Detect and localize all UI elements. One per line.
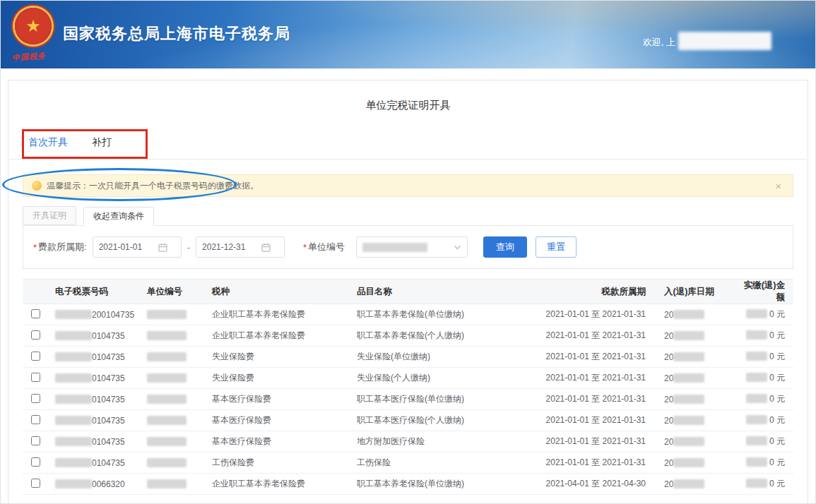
row-checkbox[interactable] (31, 373, 40, 382)
results-table: 电子税票号码 单位编号 税种 品目名称 税款所属期 入(退)库日期 实缴(退)金… (23, 279, 793, 504)
cell-tax-period: 2021-01-01 至 2021-01-31 (519, 452, 657, 474)
period-end-input[interactable] (196, 236, 285, 258)
row-checkbox[interactable] (31, 436, 40, 445)
cell-tax-no: 0104735 (48, 368, 140, 389)
cell-amount: 0 元 (731, 347, 793, 368)
table-header-row: 电子税票号码 单位编号 税种 品目名称 税款所属期 入(退)库日期 实缴(退)金… (23, 280, 793, 304)
close-icon[interactable]: × (772, 180, 784, 192)
cell-checkbox (23, 452, 48, 474)
redacted-unit-code (147, 416, 187, 425)
period-separator: - (187, 242, 190, 253)
issue-certificate-button[interactable]: 开具证明 (23, 206, 76, 225)
redacted-entry-date (673, 352, 704, 361)
warning-banner: 温馨提示：一次只能开具一个电子税票号码的缴费数据。 × (23, 174, 793, 197)
chevron-down-icon (454, 244, 461, 251)
query-filter-panel: * 费款所属期: - * 单位编号 查询 重置 (23, 225, 793, 269)
cell-entry-date: 20 (657, 389, 731, 410)
cell-checkbox (23, 347, 48, 368)
row-checkbox[interactable] (31, 309, 40, 318)
cell-tax-type: 工伤保险费 (205, 452, 350, 474)
cell-tax-period: 2021-01-01 至 2021-01-31 (519, 431, 657, 452)
cell-unit-code (140, 304, 205, 325)
cell-tax-type: 基本医疗保险费 (205, 431, 350, 452)
unit-code-select[interactable] (356, 236, 468, 258)
cell-unit-code (140, 431, 205, 452)
cell-unit-code (140, 410, 205, 431)
tax-seal-text: 中国税务 (12, 50, 47, 63)
required-mark: * (303, 242, 307, 253)
cell-checkbox (23, 431, 48, 452)
cell-tax-type: 失业保险费 (205, 347, 350, 368)
collapse-query-button[interactable]: 收起查询条件 (83, 207, 154, 226)
period-end-value[interactable] (202, 242, 261, 252)
welcome-text: 欢迎, 上 (643, 36, 675, 49)
cell-entry-date: 20 (657, 452, 731, 474)
action-row: 开具证明 收起查询条件 (23, 206, 793, 225)
redacted-unit-code (147, 373, 187, 383)
cell-item-name: 职工基本养老保险(单位缴纳) (350, 304, 519, 325)
table-row: 200104735企业职工基本养老保险费职工基本养老保险(单位缴纳)2021-0… (23, 304, 793, 325)
warning-text: 温馨提示：一次只能开具一个电子税票号码的缴费数据。 (47, 180, 259, 192)
cell-tax-period: 2021-01-01 至 2021-01-31 (519, 368, 657, 389)
cell-amount: 0 元 (731, 304, 793, 325)
tab-reprint[interactable]: 补打 (92, 136, 112, 159)
row-checkbox[interactable] (31, 352, 40, 361)
cell-checkbox (23, 389, 48, 410)
cell-unit-code (140, 347, 205, 368)
period-start-value[interactable] (99, 242, 158, 252)
row-checkbox[interactable] (31, 479, 40, 488)
cell-tax-no: 0104735 (48, 410, 140, 431)
query-button[interactable]: 查询 (483, 236, 527, 258)
cell-amount: 0 元 (731, 325, 793, 347)
calendar-icon (158, 243, 167, 252)
header-tax-period: 税款所属期 (519, 280, 657, 304)
header-unit-code: 单位编号 (140, 280, 205, 304)
redacted-unit-code (147, 458, 187, 467)
tab-first-issue[interactable]: 首次开具 (28, 136, 68, 159)
table-row: 0104735基本医疗保险费职工基本医疗保险(单位缴纳)2021-01-01 至… (23, 389, 793, 410)
redacted-amount (746, 436, 767, 445)
row-checkbox[interactable] (31, 415, 40, 424)
redacted-tax-no-prefix (55, 352, 92, 361)
cell-unit-code (140, 452, 205, 474)
cell-item-name: 失业保险(个人缴纳) (350, 368, 519, 389)
cell-entry-date: 20 (657, 431, 731, 452)
redacted-unit-code (147, 479, 187, 488)
redacted-amount (746, 309, 767, 318)
redacted-entry-date (673, 416, 704, 425)
table-row: 0104735失业保险费失业保险(单位缴纳)2021-01-01 至 2021-… (23, 347, 793, 368)
site-title: 国家税务总局上海市电子税务局 (63, 23, 290, 44)
cell-item-name: 职工基本养老保险(单位缴纳) (350, 474, 519, 495)
row-checkbox[interactable] (31, 457, 40, 467)
redacted-amount (746, 394, 767, 403)
redacted-entry-date (673, 437, 704, 446)
star-icon: ★ (25, 18, 41, 35)
cell-entry-date: 20 (657, 304, 731, 325)
cell-tax-type: 企业职工基本养老保险费 (205, 474, 350, 495)
header-amount: 实缴(退)金额 (731, 280, 793, 304)
empty-cell (23, 495, 793, 504)
cell-tax-type: 基本医疗保险费 (205, 389, 350, 410)
cell-tax-type: 企业职工基本养老保险费 (205, 325, 350, 347)
period-start-input[interactable] (93, 236, 182, 258)
tab-bar: 首次开具 补打 (28, 136, 808, 159)
reset-button[interactable]: 重置 (536, 236, 576, 258)
table-row: 0104735失业保险费失业保险(个人缴纳)2021-01-01 至 2021-… (23, 368, 793, 389)
national-emblem-icon: ★ (15, 8, 52, 44)
table-body: 200104735企业职工基本养老保险费职工基本养老保险(单位缴纳)2021-0… (23, 304, 793, 504)
row-checkbox[interactable] (31, 394, 40, 403)
redacted-amount (746, 415, 767, 424)
cell-tax-type: 失业保险费 (205, 368, 350, 389)
cell-tax-period: 2021-01-01 至 2021-01-31 (519, 325, 657, 347)
header-tax-type: 税种 (205, 280, 350, 304)
cell-item-name: 地方附加医疗保险 (350, 431, 519, 452)
tabs-divider (9, 159, 807, 160)
redacted-unit-code-value (362, 243, 427, 252)
cell-entry-date: 20 (657, 347, 731, 368)
cell-tax-no: 0104735 (48, 389, 140, 410)
cell-checkbox (23, 474, 48, 495)
cell-tax-period: 2021-01-01 至 2021-01-31 (519, 304, 657, 325)
redacted-tax-no-prefix (55, 395, 92, 404)
redacted-amount (746, 457, 767, 467)
row-checkbox[interactable] (31, 330, 40, 340)
